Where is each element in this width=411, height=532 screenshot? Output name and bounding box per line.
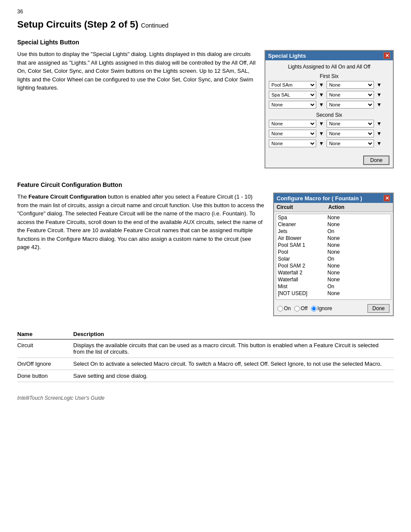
arrow-icon-r4: ▼ xyxy=(377,121,382,127)
macro-close-button[interactable]: ✕ xyxy=(383,195,390,202)
macro-table-row: SolarOn xyxy=(276,255,391,262)
macro-action-val: None xyxy=(327,277,389,283)
arrow-icon-2: ▼ xyxy=(319,92,324,98)
lights-left-select-1[interactable]: Pool SAm xyxy=(269,81,316,89)
info-table-row: Done buttonSave setting and close dialog… xyxy=(17,370,394,382)
macro-table-row: [NOT USED]None xyxy=(276,290,391,297)
lights-right-select-4[interactable]: None xyxy=(327,120,374,128)
arrow-icon-1: ▼ xyxy=(319,82,324,88)
arrow-icon-5: ▼ xyxy=(319,131,324,137)
macro-radio-on-text: On xyxy=(284,305,291,311)
macro-action-val: None xyxy=(327,263,389,269)
special-lights-done-button[interactable]: Done xyxy=(363,156,389,165)
macro-circuit-name: Pool SAM 2 xyxy=(278,263,327,269)
second-six-label: Second Six xyxy=(269,112,389,118)
macro-ignore-field: Ignore xyxy=(318,305,332,311)
arrow-icon-r1: ▼ xyxy=(377,82,382,88)
macro-action-val: On xyxy=(327,228,389,234)
macro-table-header: Circuit Action xyxy=(274,203,393,212)
macro-table-row: JetsOn xyxy=(276,228,391,235)
macro-circuit-name: Waterfall xyxy=(278,277,327,283)
macro-circuit-name: Cleaner xyxy=(278,221,327,227)
info-name-cell: Done button xyxy=(17,370,73,382)
macro-table-row: CleanerNone xyxy=(276,221,391,228)
section-special-lights: Special Lights Button Use this button to… xyxy=(17,39,394,168)
macro-table-row: PoolNone xyxy=(276,249,391,255)
section2-title: Feature Circuit Configuration Button xyxy=(17,181,394,188)
lights-row-1: Pool SAm ▼ None ▼ xyxy=(269,81,389,89)
info-name-cell: On/Off Ignore xyxy=(17,358,73,370)
macro-action-val: None xyxy=(327,270,389,276)
info-description-cell: Select On to activate a selected Macro c… xyxy=(73,358,394,370)
macro-col-circuit-header: Circuit xyxy=(277,204,328,210)
lights-left-select-4[interactable]: None xyxy=(269,120,316,128)
arrow-icon-r5: ▼ xyxy=(377,131,382,137)
info-table-col-description: Description xyxy=(73,329,394,339)
macro-radio-ignore-label[interactable]: Ignore xyxy=(311,305,332,311)
macro-action-val: None xyxy=(327,290,389,296)
special-lights-dialog: Special Lights ✕ Lights Assigned to All … xyxy=(265,50,394,168)
macro-table-row: SpaNone xyxy=(276,214,391,221)
macro-circuit-name: Solar xyxy=(278,256,327,262)
macro-table-row: Pool SAM 2None xyxy=(276,262,391,269)
lights-left-select-2[interactable]: Spa SAL xyxy=(269,91,316,99)
info-description-cell: Displays the available circuits that can… xyxy=(73,339,394,358)
info-description-cell: Save setting and close dialog. xyxy=(73,370,394,382)
section2-text: The Feature Circuit Configuration button… xyxy=(17,193,265,254)
macro-dialog-container: Configure Macro for ( Fountain ) ✕ Circu… xyxy=(273,193,394,316)
macro-dialog-titlebar: Configure Macro for ( Fountain ) ✕ xyxy=(274,193,393,203)
special-lights-subtitle: Lights Assigned to All On and All Off xyxy=(269,64,389,70)
footer-text: IntelliTouch ScreenLogic User's Guide xyxy=(17,395,394,401)
lights-right-select-6[interactable]: None xyxy=(327,140,374,147)
macro-radio-off-text: Off xyxy=(301,305,308,311)
macro-circuit-name: Pool SAM 1 xyxy=(278,242,327,248)
macro-done-button[interactable]: Done xyxy=(367,304,389,313)
lights-right-select-5[interactable]: None xyxy=(327,130,374,137)
lights-right-select-1[interactable]: None xyxy=(327,81,374,89)
lights-left-select-6[interactable]: None xyxy=(269,140,316,147)
first-six-label: First Six xyxy=(269,73,389,79)
macro-controls: On Off Ignore Done xyxy=(274,302,393,315)
macro-radio-off[interactable] xyxy=(294,306,300,311)
macro-table-row: Air BlowerNone xyxy=(276,235,391,242)
macro-circuit-name: Jets xyxy=(278,228,327,234)
special-lights-close-button[interactable]: ✕ xyxy=(383,52,390,59)
macro-radio-on-label[interactable]: On xyxy=(277,305,291,311)
lights-row-5: None ▼ None ▼ xyxy=(269,130,389,137)
arrow-icon-4: ▼ xyxy=(319,121,324,127)
lights-right-select-3[interactable]: None xyxy=(327,101,374,109)
arrow-icon-r2: ▼ xyxy=(377,92,382,98)
lights-left-select-5[interactable]: None xyxy=(269,130,316,137)
macro-radio-on[interactable] xyxy=(277,306,283,311)
macro-radio-ignore[interactable] xyxy=(311,306,317,311)
macro-table-row: Pool SAM 1None xyxy=(276,242,391,249)
lights-row-6: None ▼ None ▼ xyxy=(269,140,389,147)
macro-action-val: None xyxy=(327,235,389,241)
lights-row-2: Spa SAL ▼ None ▼ xyxy=(269,91,389,99)
macro-circuit-name: Mist xyxy=(278,283,327,289)
section1-text: Use this button to display the "Special … xyxy=(17,50,256,95)
info-table-row: CircuitDisplays the available circuits t… xyxy=(17,339,394,358)
info-table-row: On/Off IgnoreSelect On to activate a sel… xyxy=(17,358,394,370)
macro-table-row: Waterfall 2None xyxy=(276,269,391,276)
bold-feature-circuit: Feature Circuit Configuration xyxy=(28,193,106,200)
macro-radio-off-label[interactable]: Off xyxy=(294,305,308,311)
macro-table-body: SpaNoneCleanerNoneJetsOnAir BlowerNonePo… xyxy=(276,214,391,300)
page-number: 36 xyxy=(17,9,394,15)
macro-table-row: MistOn xyxy=(276,283,391,290)
macro-action-val: None xyxy=(327,215,389,221)
continued-label: Continued xyxy=(141,22,168,29)
info-name-cell: Circuit xyxy=(17,339,73,358)
macro-col-action-header: Action xyxy=(328,204,390,210)
macro-action-val: None xyxy=(327,242,389,248)
arrow-icon-6: ▼ xyxy=(319,140,324,146)
macro-circuit-name: Air Blower xyxy=(278,235,327,241)
lights-left-select-3[interactable]: None xyxy=(269,101,316,109)
lights-row-3: None ▼ None ▼ xyxy=(269,101,389,109)
section1-title: Special Lights Button xyxy=(17,39,394,46)
special-lights-titlebar: Special Lights ✕ xyxy=(265,51,393,60)
arrow-icon-3: ▼ xyxy=(319,102,324,108)
macro-dialog-title: Configure Macro for ( Fountain ) xyxy=(277,195,362,202)
arrow-icon-r6: ▼ xyxy=(377,140,382,146)
lights-right-select-2[interactable]: None xyxy=(327,91,374,99)
